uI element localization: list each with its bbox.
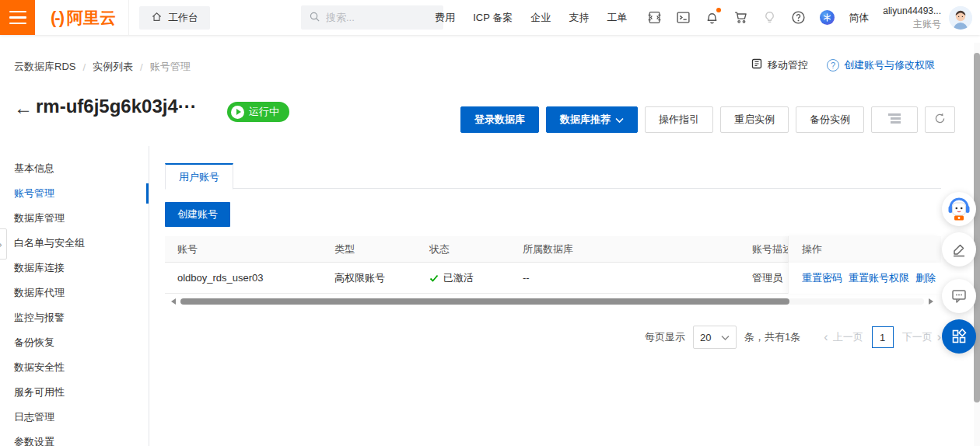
status-badge: 运行中 bbox=[227, 102, 289, 122]
breadcrumb-rds[interactable]: 云数据库RDS bbox=[14, 60, 75, 74]
cell-database: -- bbox=[523, 263, 530, 294]
sidebar-item-database-proxy[interactable]: 数据库代理 bbox=[0, 280, 149, 305]
scrollbar-thumb[interactable] bbox=[180, 298, 789, 305]
cell-account: oldboy_rds_user03 bbox=[177, 263, 264, 294]
mobile-app-icon bbox=[751, 57, 763, 72]
widget-grid-button[interactable] bbox=[942, 319, 976, 354]
api-icon[interactable] bbox=[647, 10, 662, 25]
topbar-menu: 费用 ICP 备案 企业 支持 工单 bbox=[435, 11, 627, 25]
workspace-label: 工作台 bbox=[168, 11, 198, 25]
search-icon bbox=[309, 11, 320, 25]
acr-star-icon[interactable] bbox=[820, 10, 835, 25]
tab-user-accounts[interactable]: 用户账号 bbox=[165, 163, 233, 190]
column-operations: 操作 bbox=[788, 236, 941, 263]
aliyun-logo[interactable]: (-) 阿里云 bbox=[51, 7, 116, 29]
chevron-right-icon: › bbox=[937, 331, 941, 343]
account-menu[interactable]: aliyun44493... 主账号 bbox=[883, 5, 941, 31]
horizontal-scrollbar[interactable] bbox=[165, 296, 941, 307]
mobile-control-button[interactable]: 移动管控 bbox=[751, 57, 808, 72]
pagination: 每页显示 20 条，共有1条 ‹ 上一页 1 下一页 › bbox=[165, 326, 941, 349]
tab-bar: 用户账号 bbox=[165, 163, 941, 189]
lightbulb-icon[interactable] bbox=[762, 10, 777, 25]
sidebar-item-service-availability[interactable]: 服务可用性 bbox=[0, 380, 149, 405]
menu-item-icp[interactable]: ICP 备案 bbox=[473, 11, 513, 25]
comment-feedback-button[interactable] bbox=[942, 279, 976, 313]
per-page-value: 20 bbox=[700, 332, 711, 343]
menu-item-enterprise[interactable]: 企业 bbox=[530, 11, 551, 25]
feedback-edit-button[interactable] bbox=[942, 232, 976, 267]
sidebar-item-data-security[interactable]: 数据安全性 bbox=[0, 355, 149, 380]
task-list-button[interactable] bbox=[871, 106, 918, 133]
menu-item-billing[interactable]: 费用 bbox=[435, 11, 455, 25]
mobile-control-label: 移动管控 bbox=[768, 58, 808, 72]
menu-item-support[interactable]: 支持 bbox=[569, 11, 589, 25]
sidebar-item-backup-restore[interactable]: 备份恢复 bbox=[0, 330, 149, 355]
restart-instance-button[interactable]: 重启实例 bbox=[720, 106, 789, 133]
page-title: rm-uf6j5g6k03j4··· bbox=[36, 96, 197, 117]
sidebar-item-database-connection[interactable]: 数据库连接 bbox=[0, 256, 149, 280]
question-circle-icon: ? bbox=[827, 59, 839, 71]
cell-operations: 重置密码 重置账号权限 删除 bbox=[788, 263, 941, 294]
create-account-button[interactable]: 创建账号 bbox=[165, 202, 230, 227]
reset-permissions-link[interactable]: 重置账号权限 bbox=[849, 271, 909, 285]
cart-icon[interactable] bbox=[733, 10, 748, 25]
workspace-button[interactable]: 工作台 bbox=[139, 6, 210, 30]
search-box[interactable] bbox=[301, 5, 443, 30]
refresh-icon bbox=[934, 113, 946, 127]
total-count-label: 条，共有1条 bbox=[744, 330, 800, 344]
prev-page-button[interactable]: ‹ 上一页 bbox=[824, 330, 863, 344]
breadcrumb: 云数据库RDS / 实例列表 / 账号管理 bbox=[14, 60, 191, 74]
backup-instance-button[interactable]: 备份实例 bbox=[796, 106, 864, 133]
help-icon[interactable] bbox=[791, 10, 806, 25]
operation-guide-button[interactable]: 操作指引 bbox=[645, 106, 713, 133]
chevron-down-icon bbox=[721, 332, 730, 343]
table-row: oldboy_rds_user03 高权限账号 已激活 -- 管理员 重置密码 … bbox=[165, 263, 941, 294]
sidebar-item-database-management[interactable]: 数据库管理 bbox=[0, 206, 149, 231]
back-button[interactable]: ← bbox=[14, 97, 33, 119]
hamburger-menu-button[interactable] bbox=[0, 0, 35, 35]
status-text: 已激活 bbox=[443, 263, 474, 294]
account-role: 主账号 bbox=[883, 18, 941, 31]
sidebar-item-log-management[interactable]: 日志管理 bbox=[0, 405, 149, 430]
sidebar-item-account-management[interactable]: 账号管理 bbox=[0, 181, 149, 206]
prev-page-label: 上一页 bbox=[833, 330, 863, 344]
sidebar-item-parameter-settings[interactable]: 参数设置 bbox=[0, 430, 149, 446]
status-label: 运行中 bbox=[249, 105, 279, 119]
sidebar-collapse-handle[interactable]: › bbox=[0, 228, 7, 260]
create-account-help-link[interactable]: ? 创建账号与修改权限 bbox=[827, 58, 935, 72]
chevron-left-icon: ‹ bbox=[824, 331, 828, 343]
notification-bell-icon[interactable] bbox=[705, 10, 719, 25]
sidebar-item-basic-info[interactable]: 基本信息 bbox=[0, 156, 149, 181]
language-switcher[interactable]: 简体 bbox=[849, 11, 869, 25]
search-input[interactable] bbox=[326, 12, 427, 23]
scroll-left-arrow-icon[interactable] bbox=[171, 298, 176, 305]
terminal-icon[interactable] bbox=[676, 10, 691, 25]
delete-link[interactable]: 删除 bbox=[915, 271, 936, 285]
column-status: 状态 bbox=[429, 236, 450, 263]
aliyun-logo-text: 阿里云 bbox=[67, 7, 116, 29]
breadcrumb-separator: / bbox=[140, 61, 143, 73]
next-page-button[interactable]: 下一页 › bbox=[902, 330, 941, 344]
chevron-right-icon: › bbox=[0, 239, 2, 250]
rds-assistant-robot-button[interactable] bbox=[942, 192, 976, 226]
reset-password-link[interactable]: 重置密码 bbox=[802, 271, 842, 285]
column-database: 所属数据库 bbox=[523, 236, 573, 263]
comment-icon bbox=[950, 287, 968, 305]
refresh-button[interactable] bbox=[925, 106, 955, 133]
per-page-select[interactable]: 20 bbox=[693, 326, 737, 349]
sidebar-item-whitelist[interactable]: 白名单与安全组 bbox=[0, 231, 149, 256]
database-recommend-button[interactable]: 数据库推荐 bbox=[546, 106, 638, 133]
login-database-button[interactable]: 登录数据库 bbox=[460, 106, 539, 133]
sidebar-item-monitoring[interactable]: 监控与报警 bbox=[0, 305, 149, 330]
table-header-row: 账号 类型 状态 所属数据库 账号描述 操作 bbox=[165, 236, 941, 263]
cell-type: 高权限账号 bbox=[334, 263, 385, 294]
menu-item-ticket[interactable]: 工单 bbox=[607, 11, 627, 25]
breadcrumb-instance-list[interactable]: 实例列表 bbox=[93, 60, 133, 74]
top-navigation-bar: (-) 阿里云 工作台 费用 ICP 备案 企业 支持 工单 bbox=[0, 0, 980, 35]
avatar[interactable] bbox=[949, 6, 972, 30]
scroll-right-arrow-icon[interactable] bbox=[929, 298, 933, 305]
running-play-icon bbox=[231, 106, 244, 119]
per-page-label: 每页显示 bbox=[645, 330, 685, 344]
breadcrumb-separator: / bbox=[82, 61, 86, 73]
page-number-button[interactable]: 1 bbox=[872, 326, 894, 348]
